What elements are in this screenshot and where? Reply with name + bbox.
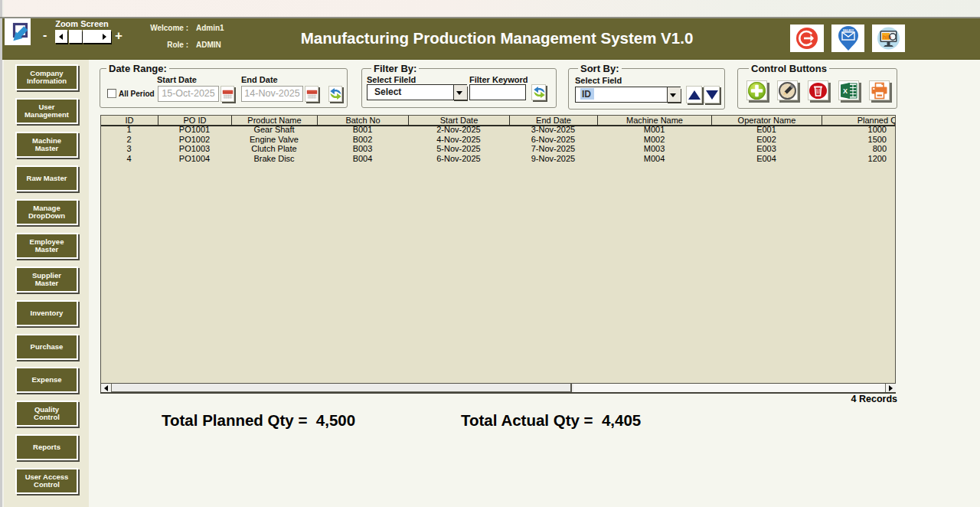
svg-text:MAILBOX: MAILBOX [843, 29, 854, 32]
svg-text:X: X [843, 87, 848, 95]
